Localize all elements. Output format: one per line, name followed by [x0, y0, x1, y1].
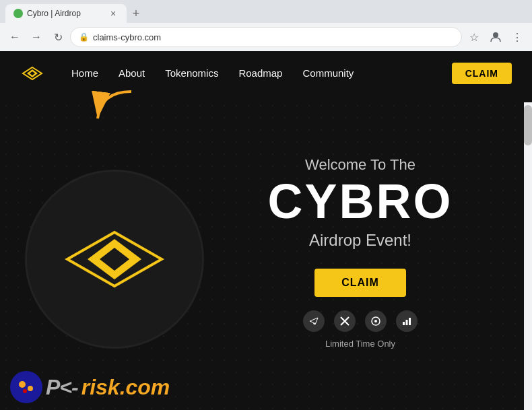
nav-roadmap[interactable]: Roadmap [238, 67, 282, 79]
active-tab[interactable]: Cybro | Airdrop × [5, 4, 127, 23]
twitter-icon[interactable] [334, 310, 356, 332]
hero-subtitle: Airdrop Event! [309, 231, 411, 250]
browser-controls: ← → ↻ 🔒 claims-cybro.com ☆ ⋮ [0, 23, 532, 51]
hero-title: CYBRO [267, 177, 453, 226]
back-button[interactable]: ← [5, 28, 24, 46]
scrollbar-track[interactable] [524, 102, 532, 410]
welcome-text: Welcome To The [305, 156, 415, 174]
nav-community[interactable]: Community [302, 67, 354, 79]
lock-icon: 🔒 [79, 32, 89, 42]
browser-window: Cybro | Airdrop × + ← → ↻ 🔒 claims-cybro… [0, 0, 532, 51]
nav-claim-button[interactable]: CLAIM [452, 63, 512, 84]
nav-links: Home About Tokenomics Roadmap Community [71, 67, 452, 79]
svg-rect-6 [409, 318, 411, 325]
hero-claim-button[interactable]: CLAIM [314, 269, 406, 297]
svg-rect-4 [403, 322, 405, 325]
hero-logo-circle [27, 172, 202, 347]
tab-title: Cybro | Airdrop [27, 9, 81, 18]
website-content: Home About Tokenomics Roadmap Community … [0, 51, 532, 410]
url-text: claims-cybro.com [93, 32, 453, 42]
hero-text-block: Welcome To The CYBRO Airdrop Event! CLAI… [202, 156, 505, 349]
svg-rect-5 [406, 320, 408, 325]
scrollbar-thumb[interactable] [524, 105, 532, 145]
svg-point-3 [374, 320, 377, 322]
nav-home[interactable]: Home [71, 67, 98, 79]
menu-icon[interactable]: ⋮ [508, 28, 527, 46]
chart-icon[interactable] [396, 310, 418, 332]
tab-bar: Cybro | Airdrop × + [0, 0, 532, 23]
site-navbar: Home About Tokenomics Roadmap Community … [0, 51, 532, 95]
discord-icon[interactable] [365, 310, 387, 332]
tab-favicon [13, 9, 23, 18]
nav-about[interactable]: About [119, 67, 145, 79]
limited-time-text: Limited Time Only [325, 339, 395, 349]
nav-tokenomics[interactable]: Tokenomics [165, 67, 218, 79]
telegram-icon[interactable] [303, 310, 325, 332]
account-icon[interactable] [486, 28, 505, 46]
refresh-button[interactable]: ↻ [48, 28, 67, 46]
site-logo [20, 61, 44, 86]
hero-section: Welcome To The CYBRO Airdrop Event! CLAI… [0, 95, 532, 410]
social-links [303, 310, 418, 332]
tab-close-button[interactable]: × [108, 8, 119, 19]
svg-point-0 [493, 32, 498, 38]
forward-button[interactable]: → [27, 28, 46, 46]
address-bar[interactable]: 🔒 claims-cybro.com [70, 27, 462, 47]
new-tab-button[interactable]: + [127, 4, 145, 23]
bookmark-icon[interactable]: ☆ [465, 28, 484, 46]
